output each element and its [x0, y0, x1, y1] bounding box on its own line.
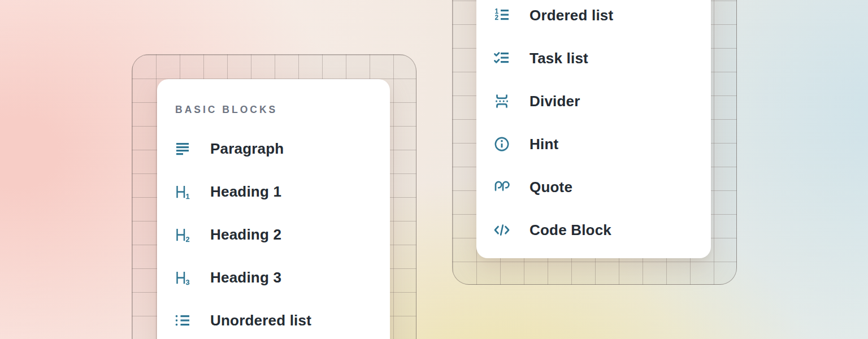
menu-item-label: Ordered list [530, 7, 613, 24]
menu-item-label: Divider [530, 93, 580, 110]
svg-text:2: 2 [495, 14, 499, 21]
hint-icon [493, 136, 510, 153]
quote-icon [493, 179, 510, 195]
menu-item-divider[interactable]: Divider [493, 80, 694, 123]
svg-text:1: 1 [186, 192, 190, 200]
menu-item-unordered-list[interactable]: Unordered list [174, 299, 373, 339]
ordered-list-icon: 1 2 [493, 7, 510, 24]
menu-item-ordered-list[interactable]: 1 2 Ordered list [493, 0, 694, 37]
menu-item-label: Heading 2 [210, 226, 281, 244]
menu-item-hint[interactable]: Hint [493, 123, 694, 166]
svg-text:2: 2 [186, 235, 190, 243]
menu-item-label: Heading 3 [210, 269, 281, 286]
menu-item-label: Hint [530, 136, 558, 153]
hero-background: BASIC BLOCKS Paragraph 1 Heading 1 [0, 0, 868, 339]
paragraph-icon [174, 140, 191, 157]
basic-blocks-menu: BASIC BLOCKS Paragraph 1 Heading 1 [157, 79, 390, 339]
menu-item-task-list[interactable]: Task list [493, 37, 694, 80]
svg-text:3: 3 [186, 278, 190, 286]
menu-item-label: Unordered list [210, 312, 311, 329]
code-block-icon [493, 221, 510, 238]
heading-3-icon: 3 [174, 269, 191, 286]
menu-item-label: Task list [530, 50, 588, 67]
menu-item-heading-3[interactable]: 3 Heading 3 [174, 256, 373, 299]
menu-item-quote[interactable]: Quote [493, 166, 694, 208]
menu-list-left: Paragraph 1 Heading 1 2 [174, 127, 373, 339]
menu-item-heading-1[interactable]: 1 Heading 1 [174, 170, 373, 213]
menu-item-paragraph[interactable]: Paragraph [174, 127, 373, 170]
blocks-menu-continued: 1 2 Ordered list Task list [476, 0, 711, 258]
menu-item-label: Paragraph [210, 140, 284, 158]
menu-list-right: 1 2 Ordered list Task list [493, 0, 694, 251]
unordered-list-icon [174, 312, 191, 329]
heading-1-icon: 1 [174, 183, 191, 200]
divider-icon [493, 93, 510, 110]
menu-item-heading-2[interactable]: 2 Heading 2 [174, 213, 373, 256]
menu-item-code-block[interactable]: Code Block [493, 208, 694, 251]
menu-item-label: Code Block [530, 221, 611, 239]
task-list-icon [493, 50, 510, 67]
heading-2-icon: 2 [174, 226, 191, 243]
menu-item-label: Quote [530, 179, 572, 196]
menu-item-label: Heading 1 [210, 183, 281, 201]
section-header: BASIC BLOCKS [175, 104, 373, 115]
